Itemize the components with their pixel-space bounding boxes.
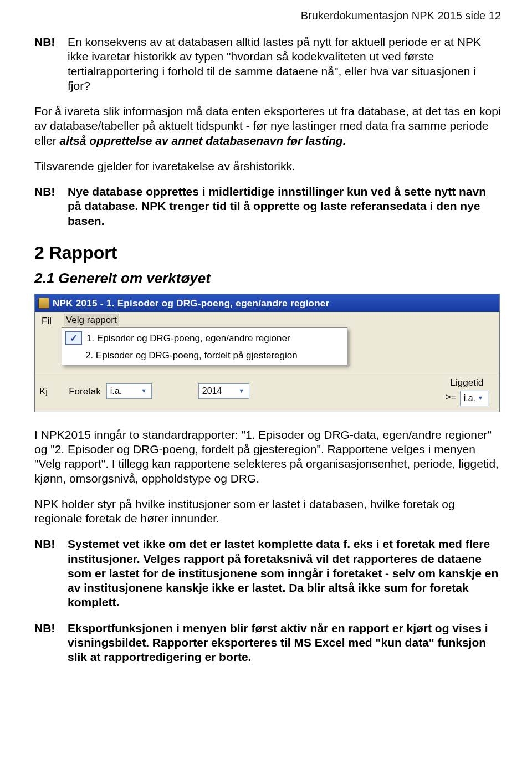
check-icon: ✓ [65, 331, 82, 345]
page-header: Brukerdokumentasjon NPK 2015 side 12 [34, 9, 501, 23]
menu-bar: Fil Velg rapport ✓ 1. Episoder og DRG-po… [35, 312, 499, 373]
nb-label: NB! [34, 35, 68, 93]
nb2-text: Nye database opprettes i midlertidige in… [68, 185, 501, 228]
paragraph-4: I NPK2015 inngår to standardrapporter: "… [34, 428, 501, 486]
menu-fil[interactable]: Fil [39, 314, 54, 328]
toolbar-left: Kj Foretak i.a. ▼ [39, 383, 152, 399]
paragraph-3: Tilsvarende gjelder for ivaretakelse av … [34, 159, 501, 173]
para2b-emph: altså opprettelse av annet databasenavn … [60, 134, 346, 147]
app-icon [38, 298, 49, 309]
chevron-down-icon: ▼ [475, 393, 485, 403]
nb3-text: Systemet vet ikke om det er lastet kompl… [68, 537, 501, 609]
paragraph-5: NPK holder styr på hvilke institusjoner … [34, 497, 501, 526]
chevron-down-icon: ▼ [237, 386, 247, 396]
combo-foretak-value: i.a. [110, 386, 122, 397]
label-liggetid: Liggetid [451, 377, 484, 388]
label-kj: Kj [39, 386, 48, 397]
menu-velg-rapport[interactable]: Velg rapport [64, 314, 119, 326]
combo-year[interactable]: 2014 ▼ [198, 383, 249, 399]
toolbar-right: Liggetid >= i.a. ▼ [446, 377, 488, 406]
dropdown-option-2[interactable]: 2. Episoder og DRG-poeng, fordelt på gje… [63, 347, 346, 363]
chevron-down-icon: ▼ [139, 386, 149, 396]
heading-2-1: 2.1 Generelt om verktøyet [34, 269, 501, 288]
option-2-label: 2. Episoder og DRG-poeng, fordelt på gje… [85, 350, 298, 361]
dropdown-option-1[interactable]: ✓ 1. Episoder og DRG-poeng, egen/andre r… [63, 329, 346, 347]
combo-year-value: 2014 [202, 386, 222, 397]
combo-foretak[interactable]: i.a. ▼ [106, 383, 152, 399]
app-screenshot: NPK 2015 - 1. Episoder og DRG-poeng, ege… [34, 294, 500, 412]
paragraph-2: For å ivareta slik informasjon må data e… [34, 104, 501, 148]
nb-label: NB! [34, 621, 68, 665]
heading-2-rapport: 2 Rapport [34, 242, 501, 264]
label-foretak: Foretak [69, 386, 101, 397]
option-1-label: 1. Episoder og DRG-poeng, egen/andre reg… [86, 332, 290, 344]
toolbar: Kj Foretak i.a. ▼ 2014 ▼ Liggetid >= i.a… [35, 373, 499, 412]
nb4-text: Eksportfunksjonen i menyen blir først ak… [68, 621, 501, 665]
label-gte: >= [446, 391, 457, 403]
combo-liggetid[interactable]: i.a. ▼ [460, 391, 488, 406]
nb1-text: En konsekvens av at databasen alltid las… [68, 35, 501, 93]
nb-label: NB! [34, 185, 68, 228]
check-placeholder [65, 349, 81, 361]
velg-rapport-dropdown: ✓ 1. Episoder og DRG-poeng, egen/andre r… [62, 327, 347, 365]
window-title: NPK 2015 - 1. Episoder og DRG-poeng, ege… [53, 298, 330, 309]
window-titlebar: NPK 2015 - 1. Episoder og DRG-poeng, ege… [35, 294, 499, 312]
nb-label: NB! [34, 537, 68, 609]
combo-liggetid-value: i.a. [464, 393, 475, 404]
